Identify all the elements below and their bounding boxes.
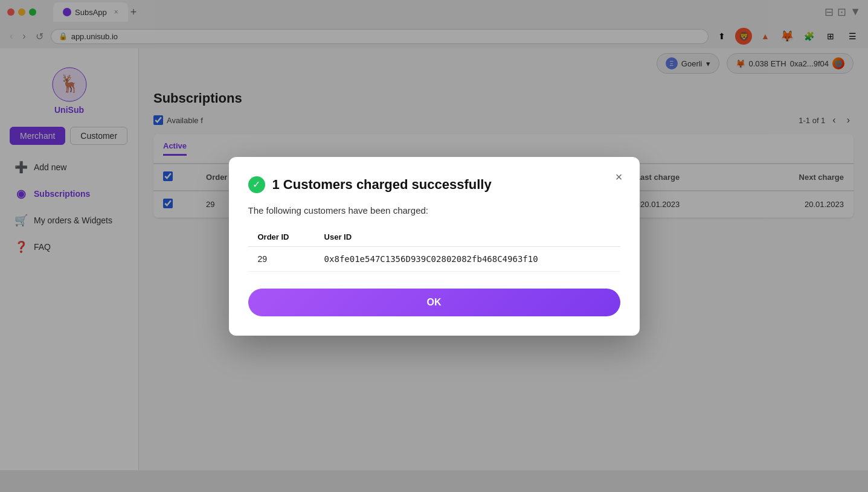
modal-th-user-id: User ID [315,228,620,247]
modal-title: 1 Customers charged successfully [272,177,492,193]
modal-description: The following customers have been charge… [248,205,620,216]
modal-table-row: 29 0x8fe01e547C1356D939C02802082fb468C49… [248,246,620,271]
modal-table: Order ID User ID 29 0x8fe01e547C1356D939… [248,228,620,272]
modal-close-btn[interactable]: × [611,169,628,186]
modal-overlay: ✓ 1 Customers charged successfully × The… [0,0,868,492]
modal-th-order-id: Order ID [248,228,315,247]
modal-row-order-id: 29 [248,246,315,271]
ok-button[interactable]: OK [248,289,620,316]
modal-row-user-id: 0x8fe01e547C1356D939C02802082fb468C4963f… [315,246,620,271]
modal-header: ✓ 1 Customers charged successfully [248,176,620,193]
success-modal: ✓ 1 Customers charged successfully × The… [229,157,640,336]
success-icon: ✓ [248,176,265,193]
